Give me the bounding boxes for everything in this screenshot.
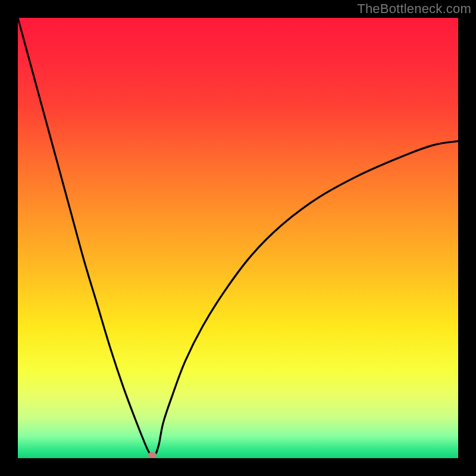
optimal-point-marker (148, 452, 156, 458)
watermark-text: TheBottleneck.com (357, 1, 471, 17)
chart-frame: TheBottleneck.com (0, 0, 476, 476)
plot-area (18, 18, 458, 458)
bottleneck-curve (18, 18, 458, 458)
